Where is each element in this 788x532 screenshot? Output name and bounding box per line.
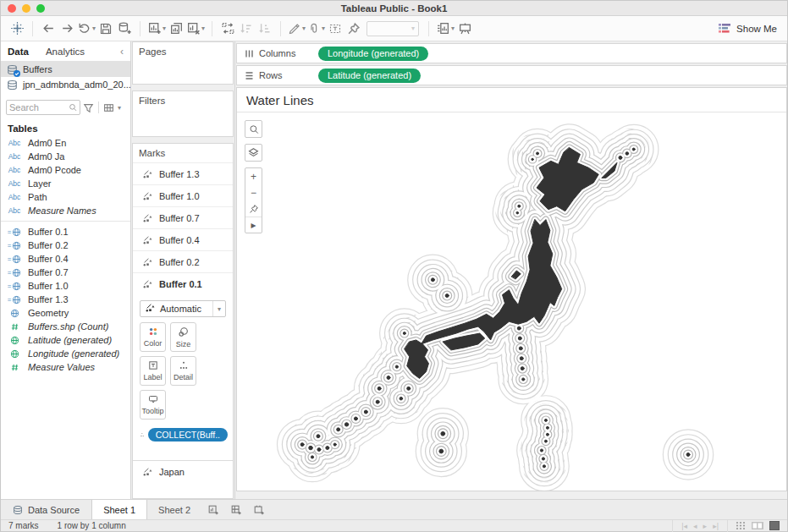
fit-selector[interactable]: ▾ bbox=[366, 21, 419, 36]
collapse-pane-icon[interactable]: ‹ bbox=[120, 46, 124, 58]
next-sheet-button[interactable]: ▸ bbox=[703, 522, 708, 530]
swap-rows-columns-button[interactable] bbox=[218, 19, 237, 39]
tab-sheet-1[interactable]: Sheet 1 bbox=[91, 500, 147, 519]
sheet-sorter-icon[interactable] bbox=[736, 521, 746, 530]
fit-dropdown-icon[interactable]: ▾ bbox=[411, 25, 415, 32]
filmstrip-icon[interactable] bbox=[752, 521, 763, 530]
duplicate-sheet-button[interactable] bbox=[167, 19, 185, 39]
group-members-button[interactable]: ▾ bbox=[306, 19, 326, 39]
field-longitude-generated[interactable]: Longitude (generated) bbox=[1, 347, 130, 360]
field-buffers-shp-count[interactable]: Buffers.shp (Count) bbox=[1, 320, 130, 333]
undo-dropdown-icon[interactable]: ▾ bbox=[92, 25, 96, 32]
expand-controls-button[interactable]: ▸ bbox=[245, 217, 262, 233]
tooltip-button[interactable]: Tooltip bbox=[140, 390, 166, 420]
mark-type-dropdown[interactable]: Automatic ▾ bbox=[140, 300, 226, 317]
marks-layer-buffer-0-7[interactable]: Buffer 0.7 bbox=[133, 206, 233, 228]
field-buffer-0-4[interactable]: =Buffer 0.4 bbox=[1, 252, 130, 266]
geo-measure-icon bbox=[4, 349, 25, 359]
field-adm0-en[interactable]: AbcAdm0 En bbox=[1, 136, 130, 150]
pages-shelf[interactable]: Pages bbox=[132, 41, 234, 85]
field-adm0-pcode[interactable]: AbcAdm0 Pcode bbox=[1, 163, 130, 177]
group-dropdown-icon[interactable]: ▾ bbox=[322, 25, 325, 32]
save-button[interactable] bbox=[96, 19, 115, 39]
show-tabs-icon[interactable] bbox=[769, 521, 780, 530]
longitude-pill[interactable]: Longitude (generated) bbox=[318, 47, 428, 61]
forward-button[interactable] bbox=[58, 19, 76, 39]
new-worksheet-tab-button[interactable] bbox=[201, 500, 224, 519]
highlight-button[interactable]: ▾ bbox=[287, 19, 306, 39]
marks-layer-buffer-0-2[interactable]: Buffer 0.2 bbox=[133, 250, 233, 272]
size-button[interactable]: Size bbox=[170, 322, 196, 352]
field-path[interactable]: AbcPath bbox=[1, 190, 130, 204]
field-buffer-0-2[interactable]: =Buffer 0.2 bbox=[1, 239, 130, 252]
fix-axes-button[interactable] bbox=[344, 19, 363, 39]
last-sheet-button[interactable]: ▸| bbox=[713, 522, 719, 530]
tab-sheet-2[interactable]: Sheet 2 bbox=[147, 500, 201, 519]
show-mark-labels-button[interactable]: ▾ bbox=[435, 19, 455, 39]
columns-shelf[interactable]: Columns Longitude (generated) bbox=[236, 43, 787, 63]
field-label: Buffer 1.3 bbox=[28, 294, 69, 304]
field-buffer-0-7[interactable]: =Buffer 0.7 bbox=[1, 266, 130, 279]
tab-data[interactable]: Data bbox=[8, 47, 29, 57]
rows-shelf[interactable]: Rows Latitude (generated) bbox=[236, 65, 787, 85]
sheet-title[interactable]: Water Lines bbox=[237, 88, 786, 112]
highlight-dropdown-icon[interactable]: ▾ bbox=[302, 25, 306, 32]
search-box[interactable] bbox=[6, 100, 80, 115]
field-measure-names[interactable]: AbcMeasure Names bbox=[1, 204, 130, 217]
field-geometry[interactable]: Geometry bbox=[1, 306, 130, 320]
show-mark-labels-dropdown-icon[interactable]: ▾ bbox=[451, 25, 455, 32]
field-buffer-0-1[interactable]: =Buffer 0.1 bbox=[1, 225, 130, 239]
marks-layer-label: Buffer 1.3 bbox=[159, 169, 200, 179]
clear-sheet-dropdown-icon[interactable]: ▾ bbox=[201, 25, 205, 32]
map-view[interactable]: + − ▸ bbox=[237, 112, 786, 491]
new-data-source-button[interactable] bbox=[115, 19, 134, 39]
tableau-logo-icon[interactable] bbox=[8, 19, 26, 39]
undo-redo-button[interactable]: ▾ bbox=[76, 19, 96, 39]
pin-map-button[interactable] bbox=[245, 200, 262, 217]
new-worksheet-dropdown-icon[interactable]: ▾ bbox=[163, 25, 166, 32]
collect-pill[interactable]: COLLECT(Buff.. bbox=[148, 428, 228, 442]
filters-shelf[interactable]: Filters bbox=[132, 90, 234, 137]
field-buffer-1-0[interactable]: =Buffer 1.0 bbox=[1, 279, 130, 293]
latitude-pill[interactable]: Latitude (generated) bbox=[318, 69, 421, 83]
previous-sheet-button[interactable]: ◂ bbox=[693, 522, 697, 530]
data-source-item-buffers[interactable]: Buffers bbox=[1, 62, 130, 77]
new-dashboard-tab-button[interactable] bbox=[224, 500, 247, 519]
field-layer[interactable]: AbcLayer bbox=[1, 177, 130, 190]
marks-layer-buffer-0-1[interactable]: Buffer 0.1 bbox=[133, 272, 233, 294]
field-adm0-ja[interactable]: AbcAdm0 Ja bbox=[1, 150, 130, 163]
new-worksheet-button[interactable]: ▾ bbox=[146, 19, 167, 39]
marks-layer-japan[interactable]: Japan bbox=[133, 460, 233, 482]
japan-buffer-map[interactable] bbox=[237, 112, 786, 491]
view-data-grid-icon[interactable] bbox=[103, 102, 114, 113]
marks-layer-buffer-1-0[interactable]: Buffer 1.0 bbox=[133, 184, 233, 206]
back-button[interactable] bbox=[39, 19, 58, 39]
show-me-icon bbox=[719, 23, 731, 34]
marks-layer-buffer-0-4[interactable]: Buffer 0.4 bbox=[133, 228, 233, 250]
clear-sheet-button[interactable]: ▾ bbox=[185, 19, 206, 39]
search-input[interactable] bbox=[9, 102, 69, 112]
presentation-mode-button[interactable] bbox=[455, 19, 474, 39]
data-source-item-jpn[interactable]: jpn_admbnda_adm0_20... bbox=[1, 77, 130, 92]
data-source-tab[interactable]: Data Source bbox=[1, 500, 91, 519]
map-search-button[interactable] bbox=[245, 120, 262, 138]
sort-descending-button[interactable] bbox=[256, 19, 274, 39]
label-button[interactable]: Label bbox=[140, 356, 166, 386]
first-sheet-button[interactable]: |◂ bbox=[681, 522, 687, 530]
tab-analytics[interactable]: Analytics bbox=[46, 47, 85, 57]
field-measure-values[interactable]: Measure Values bbox=[1, 360, 130, 374]
filter-fields-icon[interactable] bbox=[83, 102, 94, 113]
new-story-tab-button[interactable] bbox=[247, 500, 270, 519]
show-me-button[interactable]: Show Me bbox=[719, 23, 780, 34]
zoom-out-button[interactable]: − bbox=[245, 184, 262, 200]
zoom-in-button[interactable]: + bbox=[245, 168, 262, 184]
map-layers-button[interactable] bbox=[245, 144, 262, 162]
text-label-button[interactable] bbox=[326, 19, 344, 39]
marks-layer-buffer-1-3[interactable]: Buffer 1.3 bbox=[133, 162, 233, 184]
view-options-dropdown-icon[interactable]: ▾ bbox=[118, 104, 121, 112]
detail-button[interactable]: Detail bbox=[170, 356, 196, 386]
field-buffer-1-3[interactable]: =Buffer 1.3 bbox=[1, 293, 130, 306]
color-button[interactable]: Color bbox=[140, 322, 166, 352]
sort-ascending-button[interactable] bbox=[237, 19, 256, 39]
field-latitude-generated[interactable]: Latitude (generated) bbox=[1, 333, 130, 347]
